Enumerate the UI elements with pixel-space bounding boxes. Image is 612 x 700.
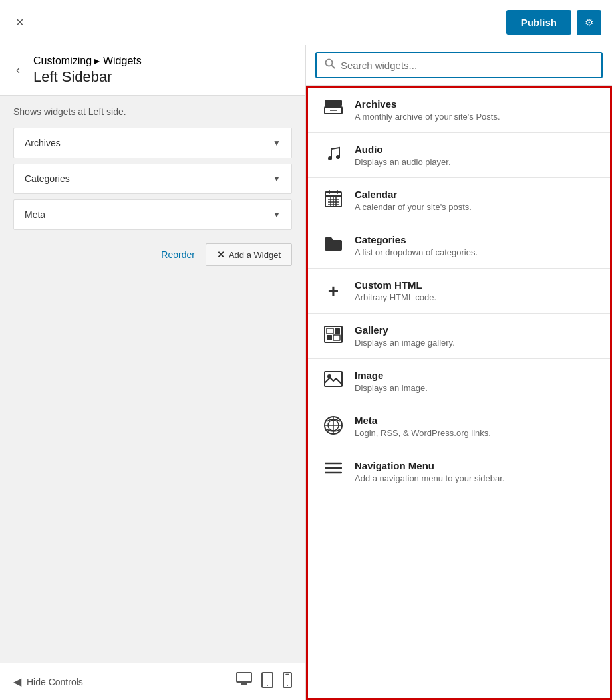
publish-button[interactable]: Publish [506, 10, 571, 35]
widget-item-archives-arrow: ▼ [273, 138, 281, 148]
widget-item-archives-label: Archives [25, 138, 61, 148]
custom-html-icon: + [320, 281, 347, 302]
svg-point-6 [287, 685, 288, 686]
categories-text: Categories A list or dropdown of categor… [355, 234, 598, 257]
add-widget-label: Add a Widget [229, 250, 281, 260]
header-text-block: Customizing ▸ Widgets Left Sidebar [33, 55, 142, 86]
svg-point-14 [336, 155, 340, 159]
left-panel: ‹ Customizing ▸ Widgets Left Sidebar Sho… [0, 45, 306, 700]
reorder-button[interactable]: Reorder [161, 249, 195, 260]
device-icons [236, 672, 292, 691]
mobile-icon[interactable] [283, 672, 292, 691]
widget-item-meta[interactable]: Meta ▼ [13, 199, 292, 230]
calendar-text: Calendar A calendar of your site's posts… [355, 189, 598, 212]
right-panel: Archives A monthly archive of your site'… [306, 45, 612, 700]
add-widget-x-icon: ✕ [217, 249, 225, 260]
image-text: Image Displays an image. [355, 370, 598, 393]
meta-name: Meta [355, 415, 598, 426]
breadcrumb-part2: Widgets [103, 55, 142, 66]
navigation-menu-desc: Add a navigation menu to your sidebar. [355, 473, 598, 483]
archives-desc: A monthly archive of your site's Posts. [355, 112, 598, 122]
hide-controls-label: Hide Controls [27, 677, 83, 687]
widget-item-categories[interactable]: Categories ▼ [13, 164, 292, 194]
add-widget-button[interactable]: ✕ Add a Widget [206, 243, 292, 266]
svg-point-4 [267, 685, 268, 686]
navigation-menu-text: Navigation Menu Add a navigation menu to… [355, 460, 598, 483]
meta-text: Meta Login, RSS, & WordPress.org links. [355, 415, 598, 438]
audio-icon [320, 145, 347, 162]
gallery-name: Gallery [355, 324, 598, 336]
navigation-menu-icon [320, 461, 347, 475]
widget-item-meta-arrow: ▼ [273, 210, 281, 219]
meta-desc: Login, RSS, & WordPress.org links. [355, 428, 598, 438]
svg-rect-27 [335, 328, 340, 334]
widget-item-categories-arrow: ▼ [273, 174, 281, 183]
widget-option-audio[interactable]: Audio Displays an audio player. [308, 133, 610, 178]
desktop-icon[interactable] [236, 672, 252, 691]
svg-rect-0 [237, 673, 251, 682]
widget-option-image[interactable]: Image Displays an image. [308, 359, 610, 404]
widget-item-meta-label: Meta [25, 209, 45, 220]
widget-option-archives[interactable]: Archives A monthly archive of your site'… [308, 88, 610, 133]
left-panel-description: Shows widgets at Left side. [0, 96, 305, 122]
hide-controls-icon: ◀ [13, 675, 21, 688]
widgets-list: Archives ▼ Categories ▼ Meta ▼ [0, 122, 305, 235]
calendar-icon [320, 190, 347, 207]
svg-rect-29 [333, 335, 340, 340]
custom-html-name: Custom HTML [355, 279, 598, 291]
audio-text: Audio Displays an audio player. [355, 144, 598, 167]
widget-options-container: Archives A monthly archive of your site'… [306, 86, 612, 700]
widget-option-custom-html[interactable]: + Custom HTML Arbitrary HTML code. [308, 269, 610, 314]
audio-desc: Displays an audio player. [355, 157, 598, 167]
gear-button[interactable]: ⚙ [577, 10, 601, 35]
hide-controls-button[interactable]: ◀ Hide Controls [13, 675, 83, 688]
svg-line-9 [332, 66, 335, 68]
svg-point-13 [328, 156, 332, 160]
custom-html-desc: Arbitrary HTML code. [355, 292, 598, 302]
sidebar-title: Left Sidebar [33, 68, 142, 86]
archives-icon [320, 100, 347, 114]
main-layout: ‹ Customizing ▸ Widgets Left Sidebar Sho… [0, 45, 612, 700]
calendar-name: Calendar [355, 189, 598, 200]
calendar-desc: A calendar of your site's posts. [355, 202, 598, 212]
categories-icon [320, 235, 347, 251]
back-button[interactable]: ‹ [11, 60, 25, 80]
bottom-bar: ◀ Hide Controls [0, 663, 305, 700]
widget-option-categories[interactable]: Categories A list or dropdown of categor… [308, 223, 610, 269]
search-bar [306, 45, 612, 86]
meta-icon [320, 416, 347, 435]
tablet-icon[interactable] [261, 672, 273, 691]
widget-item-categories-label: Categories [25, 174, 70, 184]
audio-name: Audio [355, 144, 598, 155]
widget-actions: Reorder ✕ Add a Widget [0, 235, 305, 274]
breadcrumb: Customizing ▸ Widgets [33, 55, 142, 67]
search-input[interactable] [341, 60, 593, 71]
categories-desc: A list or dropdown of categories. [355, 247, 598, 257]
gallery-desc: Displays an image gallery. [355, 338, 598, 348]
breadcrumb-part1: Customizing [33, 55, 92, 66]
image-icon [320, 371, 347, 387]
custom-html-text: Custom HTML Arbitrary HTML code. [355, 279, 598, 302]
widget-option-navigation-menu[interactable]: Navigation Menu Add a navigation menu to… [308, 449, 610, 494]
gallery-text: Gallery Displays an image gallery. [355, 324, 598, 348]
image-desc: Displays an image. [355, 383, 598, 393]
left-panel-header: ‹ Customizing ▸ Widgets Left Sidebar [0, 45, 305, 96]
close-button[interactable]: × [11, 12, 29, 33]
svg-rect-30 [325, 372, 342, 386]
archives-name: Archives [355, 98, 598, 110]
widget-option-meta[interactable]: Meta Login, RSS, & WordPress.org links. [308, 404, 610, 449]
archives-text: Archives A monthly archive of your site'… [355, 98, 598, 122]
left-panel-scroll: Shows widgets at Left side. Archives ▼ C… [0, 96, 305, 663]
breadcrumb-arrow: ▸ [94, 55, 102, 66]
widget-option-calendar[interactable]: Calendar A calendar of your site's posts… [308, 178, 610, 223]
svg-rect-10 [325, 100, 342, 106]
search-input-wrapper [315, 52, 603, 78]
widget-item-archives[interactable]: Archives ▼ [13, 128, 292, 158]
svg-rect-28 [327, 335, 332, 340]
image-name: Image [355, 370, 598, 381]
search-icon [325, 58, 335, 72]
widget-option-gallery[interactable]: Gallery Displays an image gallery. [308, 314, 610, 359]
navigation-menu-name: Navigation Menu [355, 460, 598, 471]
top-bar: × Publish ⚙ [0, 0, 612, 45]
categories-name: Categories [355, 234, 598, 245]
